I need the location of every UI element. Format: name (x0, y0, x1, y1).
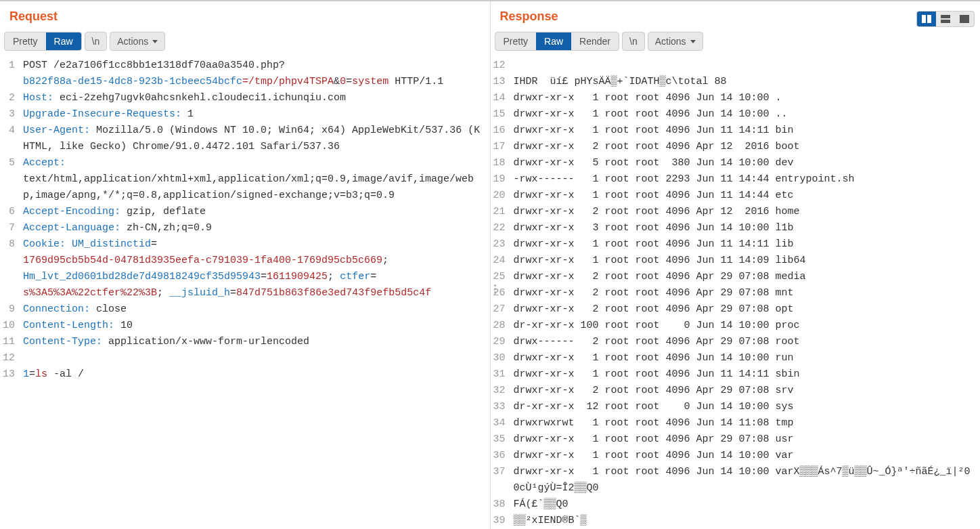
response-line: drwxr-xr-x 1 root root 4096 Jun 14 10:00… (514, 106, 976, 123)
request-newline-toggle[interactable]: \n (85, 32, 108, 51)
request-line (23, 350, 485, 366)
layout-single-button[interactable] (955, 12, 974, 26)
response-line: drwxr-xr-x 1 root root 4096 Jun 11 14:11… (514, 123, 976, 139)
response-title: Response (500, 9, 558, 23)
response-line: drwxrwxrwt 1 root root 4096 Jun 14 11:08… (514, 415, 976, 431)
response-toolbar: Pretty Raw Render \n Actions (491, 29, 981, 56)
response-line: dr-xr-xr-x 12 root root 0 Jun 14 10:00 s… (514, 399, 976, 415)
svg-rect-2 (941, 15, 950, 18)
response-newline-toggle[interactable]: \n (622, 32, 645, 51)
request-line: Accept: text/html,application/xhtml+xml,… (23, 155, 485, 204)
layout-rows-button[interactable] (936, 12, 955, 26)
request-tab-raw[interactable]: Raw (46, 33, 81, 50)
response-actions-dropdown[interactable]: Actions (648, 32, 703, 51)
request-line: User-Agent: Mozilla/5.0 (Windows NT 10.0… (23, 123, 485, 155)
request-line: Accept-Encoding: gzip, deflate (23, 204, 485, 220)
response-line: drwxr-xr-x 1 root root 4096 Apr 29 07:08… (514, 431, 976, 448)
layout-columns-button[interactable] (917, 12, 936, 26)
response-line: drwxr-xr-x 5 root root 380 Jun 14 10:00 … (514, 155, 976, 171)
request-actions-dropdown[interactable]: Actions (110, 32, 165, 51)
response-line: drwxr-xr-x 2 root root 4096 Apr 29 07:08… (514, 285, 976, 301)
response-line: drwxr-xr-x 2 root root 4096 Apr 12 2016 … (514, 139, 976, 155)
response-line: -rwx------ 1 root root 2293 Jun 11 14:44… (514, 171, 976, 188)
response-line: ▒▒²xIEND®B`▒ (514, 513, 976, 529)
request-line: Content-Type: application/x-www-form-url… (23, 334, 485, 350)
request-line: 1=ls -al / (23, 366, 485, 383)
response-line: drwxr-xr-x 1 root root 4096 Jun 14 10:00… (514, 448, 976, 464)
request-panel: Request Pretty Raw \n Actions 1234567891… (0, 1, 491, 529)
request-tab-pretty[interactable]: Pretty (5, 33, 46, 50)
response-viewer[interactable]: 1213141516171819202122232425262728293031… (491, 56, 981, 529)
request-editor[interactable]: 12345678910111213 POST /e2a7106f1cc8bb1e… (0, 56, 490, 529)
request-line: Connection: close (23, 301, 485, 318)
request-line: Cookie: UM_distinctid=1769d95cb5b54d-047… (23, 236, 485, 301)
request-toolbar: Pretty Raw \n Actions (0, 29, 490, 56)
svg-rect-3 (941, 20, 950, 23)
request-line: Accept-Language: zh-CN,zh;q=0.9 (23, 220, 485, 236)
response-line: drwxr-xr-x 1 root root 4096 Jun 14 10:00… (514, 90, 976, 106)
response-view-tabs: Pretty Raw Render (495, 32, 620, 51)
response-line: drwxr-xr-x 2 root root 4096 Apr 29 07:08… (514, 383, 976, 399)
request-line: Content-Length: 10 (23, 318, 485, 334)
response-actions-label: Actions (655, 36, 686, 47)
request-line: POST /e2a7106f1cc8bb1e1318df70aa0a3540.p… (23, 58, 485, 90)
response-tab-raw[interactable]: Raw (536, 33, 571, 50)
request-title: Request (9, 9, 58, 23)
response-tab-render[interactable]: Render (571, 33, 619, 50)
request-line: Upgrade-Insecure-Requests: 1 (23, 106, 485, 123)
response-line: drwxr-xr-x 1 root root 4096 Jun 11 14:09… (514, 253, 976, 269)
chevron-down-icon (152, 40, 158, 43)
request-view-tabs: Pretty Raw (4, 32, 82, 51)
response-line: dr-xr-xr-x 100 root root 0 Jun 14 10:00 … (514, 318, 976, 334)
response-line: drwxr-xr-x 1 root root 4096 Jun 14 10:00… (514, 464, 976, 496)
request-actions-label: Actions (117, 36, 148, 47)
response-line: drwxr-xr-x 1 root root 4096 Jun 11 14:11… (514, 366, 976, 383)
response-line: drwxr-xr-x 1 root root 4096 Jun 14 10:00… (514, 350, 976, 366)
response-line: drwxr-xr-x 1 root root 4096 Jun 11 14:44… (514, 188, 976, 204)
request-line: Host: eci-2zehg7ugvk0ahcsnkehl.cloudeci1… (23, 90, 485, 106)
response-panel: Response Pretty Raw Render \n Actions 12… (491, 1, 981, 529)
svg-rect-4 (960, 15, 969, 23)
layout-toggle-group (916, 5, 980, 27)
response-line: drwxr-xr-x 2 root root 4096 Apr 12 2016 … (514, 204, 976, 220)
response-line: IHDR üí£ pHYsÄÄ▒+`IDATH▒c\total 88 (514, 74, 976, 90)
response-line: drwxr-xr-x 3 root root 4096 Jun 14 10:00… (514, 220, 976, 236)
panel-resize-handle[interactable] (494, 284, 496, 293)
chevron-down-icon (690, 40, 696, 43)
response-line: drwxr-xr-x 2 root root 4096 Apr 29 07:08… (514, 301, 976, 318)
response-line: FÁ(£`▒▒Q0 (514, 496, 976, 513)
svg-rect-0 (922, 15, 926, 23)
svg-rect-1 (927, 15, 931, 23)
response-tab-pretty[interactable]: Pretty (495, 33, 537, 50)
request-header: Request (0, 1, 490, 29)
response-header: Response (491, 1, 981, 29)
response-line: drwx------ 2 root root 4096 Apr 29 07:08… (514, 334, 976, 350)
response-line: drwxr-xr-x 1 root root 4096 Jun 11 14:11… (514, 236, 976, 253)
response-line (514, 58, 976, 74)
response-line: drwxr-xr-x 2 root root 4096 Apr 29 07:08… (514, 269, 976, 285)
